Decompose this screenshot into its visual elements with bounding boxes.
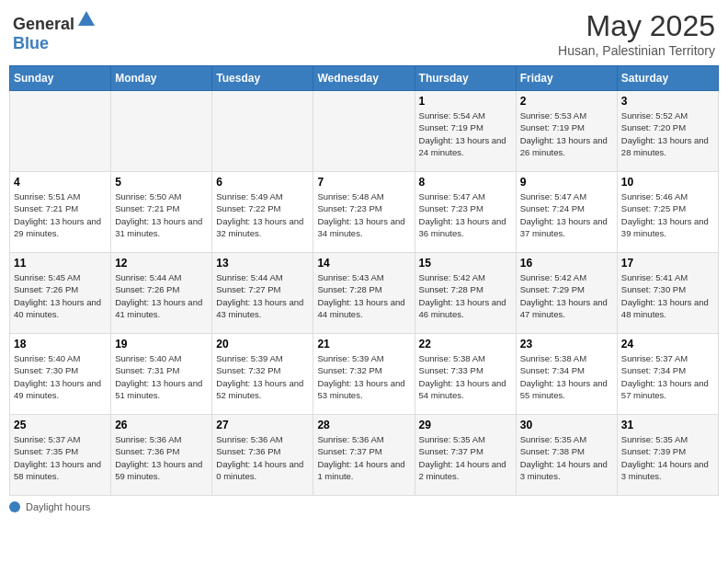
day-number: 9: [520, 176, 613, 189]
cell-week5-day4: 29Sunrise: 5:35 AM Sunset: 7:37 PM Dayli…: [415, 415, 516, 496]
day-number: 11: [14, 257, 107, 270]
day-number: 2: [520, 95, 613, 108]
day-info: Sunrise: 5:35 AM Sunset: 7:39 PM Dayligh…: [621, 433, 714, 482]
day-info: Sunrise: 5:41 AM Sunset: 7:30 PM Dayligh…: [621, 271, 714, 320]
day-number: 3: [621, 95, 714, 108]
day-number: 21: [317, 338, 410, 350]
header-monday: Monday: [111, 66, 212, 91]
day-number: 10: [621, 176, 714, 189]
day-number: 28: [317, 419, 410, 431]
header-tuesday: Tuesday: [212, 66, 313, 91]
day-info: Sunrise: 5:47 AM Sunset: 7:24 PM Dayligh…: [520, 190, 613, 239]
day-info: Sunrise: 5:38 AM Sunset: 7:33 PM Dayligh…: [419, 352, 512, 401]
day-number: 1: [419, 95, 512, 108]
day-number: 14: [317, 257, 410, 270]
footer: Daylight hours: [9, 501, 719, 512]
cell-week3-day0: 11Sunrise: 5:45 AM Sunset: 7:26 PM Dayli…: [10, 253, 111, 334]
day-number: 23: [520, 338, 613, 350]
day-number: 29: [419, 419, 512, 431]
day-info: Sunrise: 5:36 AM Sunset: 7:36 PM Dayligh…: [216, 433, 309, 482]
cell-week3-day5: 16Sunrise: 5:42 AM Sunset: 7:29 PM Dayli…: [516, 253, 617, 334]
cell-week4-day5: 23Sunrise: 5:38 AM Sunset: 7:34 PM Dayli…: [516, 334, 617, 415]
day-info: Sunrise: 5:53 AM Sunset: 7:19 PM Dayligh…: [520, 109, 613, 158]
cell-week3-day3: 14Sunrise: 5:43 AM Sunset: 7:28 PM Dayli…: [313, 253, 415, 334]
day-number: 4: [14, 176, 107, 189]
day-number: 16: [520, 257, 613, 270]
day-info: Sunrise: 5:51 AM Sunset: 7:21 PM Dayligh…: [14, 190, 107, 239]
day-number: 17: [621, 257, 714, 270]
day-info: Sunrise: 5:38 AM Sunset: 7:34 PM Dayligh…: [520, 352, 613, 401]
cell-week2-day6: 10Sunrise: 5:46 AM Sunset: 7:25 PM Dayli…: [617, 172, 718, 253]
day-info: Sunrise: 5:40 AM Sunset: 7:31 PM Dayligh…: [115, 352, 208, 401]
week-row-1: 1Sunrise: 5:54 AM Sunset: 7:19 PM Daylig…: [10, 91, 719, 172]
location-subtitle: Husan, Palestinian Territory: [558, 43, 715, 58]
cell-week5-day0: 25Sunrise: 5:37 AM Sunset: 7:35 PM Dayli…: [10, 415, 111, 496]
cell-week3-day6: 17Sunrise: 5:41 AM Sunset: 7:30 PM Dayli…: [617, 253, 718, 334]
day-info: Sunrise: 5:44 AM Sunset: 7:27 PM Dayligh…: [216, 271, 309, 320]
day-info: Sunrise: 5:40 AM Sunset: 7:30 PM Dayligh…: [14, 352, 107, 401]
calendar-table: SundayMondayTuesdayWednesdayThursdayFrid…: [9, 65, 719, 496]
cell-week5-day6: 31Sunrise: 5:35 AM Sunset: 7:39 PM Dayli…: [617, 415, 718, 496]
day-info: Sunrise: 5:43 AM Sunset: 7:28 PM Dayligh…: [317, 271, 410, 320]
cell-week4-day4: 22Sunrise: 5:38 AM Sunset: 7:33 PM Dayli…: [415, 334, 516, 415]
day-info: Sunrise: 5:44 AM Sunset: 7:26 PM Dayligh…: [115, 271, 208, 320]
header-wednesday: Wednesday: [313, 66, 415, 91]
day-number: 12: [115, 257, 208, 270]
footer-label: Daylight hours: [26, 501, 90, 512]
day-info: Sunrise: 5:35 AM Sunset: 7:37 PM Dayligh…: [419, 433, 512, 482]
cell-week3-day2: 13Sunrise: 5:44 AM Sunset: 7:27 PM Dayli…: [212, 253, 313, 334]
footer-dot: [9, 501, 20, 512]
cell-week4-day0: 18Sunrise: 5:40 AM Sunset: 7:30 PM Dayli…: [10, 334, 111, 415]
day-info: Sunrise: 5:36 AM Sunset: 7:37 PM Dayligh…: [317, 433, 410, 482]
day-info: Sunrise: 5:49 AM Sunset: 7:22 PM Dayligh…: [216, 190, 309, 239]
day-number: 19: [115, 338, 208, 350]
cell-week1-day4: 1Sunrise: 5:54 AM Sunset: 7:19 PM Daylig…: [415, 91, 516, 172]
cell-week3-day1: 12Sunrise: 5:44 AM Sunset: 7:26 PM Dayli…: [111, 253, 212, 334]
cell-week1-day5: 2Sunrise: 5:53 AM Sunset: 7:19 PM Daylig…: [516, 91, 617, 172]
svg-marker-0: [78, 11, 95, 26]
cell-week1-day6: 3Sunrise: 5:52 AM Sunset: 7:20 PM Daylig…: [617, 91, 718, 172]
day-info: Sunrise: 5:47 AM Sunset: 7:23 PM Dayligh…: [419, 190, 512, 239]
week-row-5: 25Sunrise: 5:37 AM Sunset: 7:35 PM Dayli…: [10, 415, 719, 496]
day-number: 6: [216, 176, 309, 189]
cell-week5-day2: 27Sunrise: 5:36 AM Sunset: 7:36 PM Dayli…: [212, 415, 313, 496]
calendar-body: 1Sunrise: 5:54 AM Sunset: 7:19 PM Daylig…: [10, 91, 719, 496]
day-info: Sunrise: 5:48 AM Sunset: 7:23 PM Dayligh…: [317, 190, 410, 239]
day-info: Sunrise: 5:35 AM Sunset: 7:38 PM Dayligh…: [520, 433, 613, 482]
day-number: 5: [115, 176, 208, 189]
cell-week1-day0: [10, 91, 111, 172]
day-number: 18: [14, 338, 107, 350]
day-info: Sunrise: 5:39 AM Sunset: 7:32 PM Dayligh…: [317, 352, 410, 401]
day-info: Sunrise: 5:39 AM Sunset: 7:32 PM Dayligh…: [216, 352, 309, 401]
day-number: 20: [216, 338, 309, 350]
header-saturday: Saturday: [617, 66, 718, 91]
cell-week4-day1: 19Sunrise: 5:40 AM Sunset: 7:31 PM Dayli…: [111, 334, 212, 415]
day-info: Sunrise: 5:37 AM Sunset: 7:35 PM Dayligh…: [14, 433, 107, 482]
cell-week3-day4: 15Sunrise: 5:42 AM Sunset: 7:28 PM Dayli…: [415, 253, 516, 334]
cell-week5-day1: 26Sunrise: 5:36 AM Sunset: 7:36 PM Dayli…: [111, 415, 212, 496]
day-number: 7: [317, 176, 410, 189]
day-info: Sunrise: 5:42 AM Sunset: 7:29 PM Dayligh…: [520, 271, 613, 320]
logo-blue: Blue: [13, 34, 49, 52]
cell-week1-day1: [111, 91, 212, 172]
week-row-3: 11Sunrise: 5:45 AM Sunset: 7:26 PM Dayli…: [10, 253, 719, 334]
day-info: Sunrise: 5:45 AM Sunset: 7:26 PM Dayligh…: [14, 271, 107, 320]
day-info: Sunrise: 5:46 AM Sunset: 7:25 PM Dayligh…: [621, 190, 714, 239]
day-info: Sunrise: 5:52 AM Sunset: 7:20 PM Dayligh…: [621, 109, 714, 158]
cell-week2-day1: 5Sunrise: 5:50 AM Sunset: 7:21 PM Daylig…: [111, 172, 212, 253]
day-number: 27: [216, 419, 309, 431]
cell-week5-day5: 30Sunrise: 5:35 AM Sunset: 7:38 PM Dayli…: [516, 415, 617, 496]
header-friday: Friday: [516, 66, 617, 91]
day-number: 25: [14, 419, 107, 431]
day-number: 13: [216, 257, 309, 270]
day-number: 30: [520, 419, 613, 431]
cell-week4-day6: 24Sunrise: 5:37 AM Sunset: 7:34 PM Dayli…: [617, 334, 718, 415]
month-title: May 2025: [558, 9, 715, 43]
day-number: 31: [621, 419, 714, 431]
day-info: Sunrise: 5:36 AM Sunset: 7:36 PM Dayligh…: [115, 433, 208, 482]
cell-week2-day2: 6Sunrise: 5:49 AM Sunset: 7:22 PM Daylig…: [212, 172, 313, 253]
header-sunday: Sunday: [10, 66, 111, 91]
week-row-2: 4Sunrise: 5:51 AM Sunset: 7:21 PM Daylig…: [10, 172, 719, 253]
day-number: 26: [115, 419, 208, 431]
calendar-header: SundayMondayTuesdayWednesdayThursdayFrid…: [10, 66, 719, 91]
